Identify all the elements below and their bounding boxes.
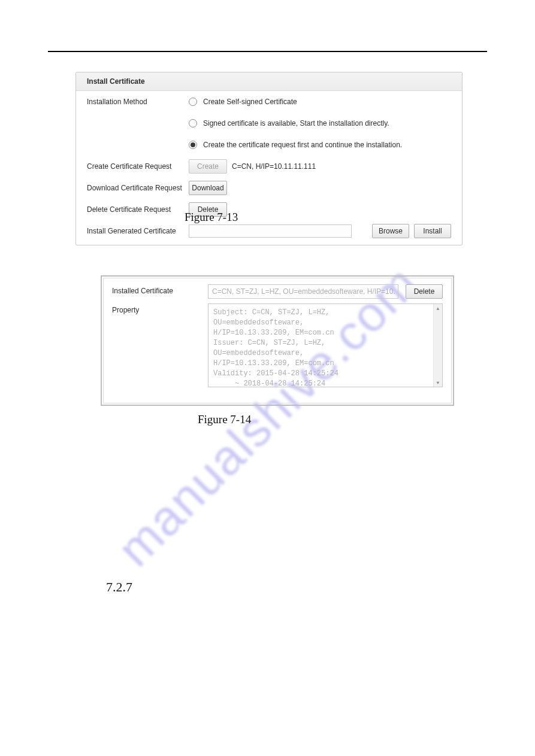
radio-create-request-label: Create the certificate request first and… xyxy=(203,141,402,148)
scrollbar[interactable]: ▲▼ xyxy=(433,304,442,387)
radio-self-signed[interactable] xyxy=(189,98,197,106)
property-text: Subject: C=CN, ST=ZJ, L=HZ, OU=embeddeds… xyxy=(213,308,338,388)
section-number: 7.2.7 xyxy=(106,579,132,595)
download-button[interactable]: Download xyxy=(189,181,227,195)
create-button[interactable]: Create xyxy=(189,159,227,174)
panel-title: Install Certificate xyxy=(76,72,462,91)
delete-installed-button[interactable]: Delete xyxy=(406,284,443,299)
installed-certificate-field: C=CN, ST=ZJ, L=HZ, OU=embeddedsofteware,… xyxy=(208,284,398,299)
installed-certificate-label: Installed Certificate xyxy=(112,284,208,295)
radio-self-signed-label: Create Self-signed Certificate xyxy=(203,98,297,105)
figure-7-14-caption: Figure 7-14 xyxy=(198,413,251,426)
radio-create-request[interactable] xyxy=(189,141,197,149)
browse-button[interactable]: Browse xyxy=(372,224,409,238)
property-textarea[interactable]: Subject: C=CN, ST=ZJ, L=HZ, OU=embeddeds… xyxy=(208,303,443,387)
installed-certificate-panel: Installed Certificate C=CN, ST=ZJ, L=HZ,… xyxy=(101,275,454,406)
certificate-path-field[interactable] xyxy=(189,224,352,238)
install-generated-label: Install Generated Certificate xyxy=(87,227,189,235)
property-label: Property xyxy=(112,303,208,314)
create-request-label: Create Certificate Request xyxy=(87,163,189,170)
delete-request-label: Delete Certificate Request xyxy=(87,206,189,213)
radio-signed-available[interactable] xyxy=(189,119,197,127)
installation-method-label: Installation Method xyxy=(87,98,189,105)
scroll-up-icon[interactable]: ▲ xyxy=(434,304,442,312)
scroll-down-icon[interactable]: ▼ xyxy=(434,378,442,387)
header-rule xyxy=(48,51,487,52)
figure-7-13-caption: Figure 7-13 xyxy=(185,211,238,224)
install-certificate-panel: Install Certificate Installation Method … xyxy=(75,72,463,245)
create-request-value: C=CN, H/IP=10.11.11.111 xyxy=(232,163,316,170)
radio-signed-available-label: Signed certificate is available, Start t… xyxy=(203,120,389,127)
install-button[interactable]: Install xyxy=(414,224,451,238)
download-request-label: Download Certificate Request xyxy=(87,184,189,192)
